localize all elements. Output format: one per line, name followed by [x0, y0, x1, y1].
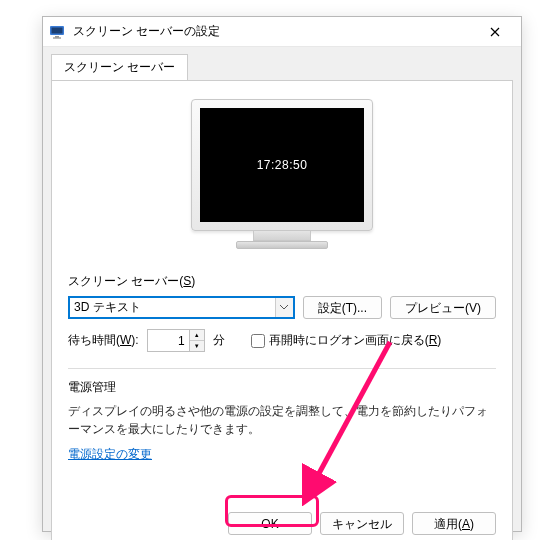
ok-button[interactable]: OK	[228, 512, 312, 535]
resume-label: 再開時にログオン画面に戻る(R)	[269, 332, 442, 349]
screensaver-dropdown-input[interactable]	[70, 298, 275, 317]
cancel-button[interactable]: キャンセル	[320, 512, 404, 535]
monitor-base	[236, 241, 328, 249]
monitor-preview: 17:28:50	[191, 99, 373, 249]
dropdown-button[interactable]	[275, 298, 293, 317]
monitor-frame: 17:28:50	[191, 99, 373, 231]
close-button[interactable]	[475, 18, 515, 46]
power-section: 電源管理 ディスプレイの明るさや他の電源の設定を調整して、電力を節約したりパフォ…	[68, 379, 496, 463]
resume-checkbox[interactable]	[251, 334, 265, 348]
wait-unit: 分	[213, 332, 225, 349]
spinner-buttons[interactable]: ▲ ▼	[189, 329, 205, 352]
resume-checkbox-row[interactable]: 再開時にログオン画面に戻る(R)	[251, 332, 442, 349]
tab-screensaver[interactable]: スクリーン セーバー	[51, 54, 188, 81]
screensaver-settings-dialog: スクリーン セーバーの設定 スクリーン セーバー 17:28:50 スクリーン …	[42, 16, 522, 532]
monitor-stand	[253, 231, 311, 241]
titlebar: スクリーン セーバーの設定	[43, 17, 521, 47]
tab-strip: スクリーン セーバー	[43, 47, 521, 80]
dialog-buttons: OK キャンセル 適用(A)	[228, 512, 496, 535]
apply-button[interactable]: 適用(A)	[412, 512, 496, 535]
power-heading: 電源管理	[68, 379, 496, 396]
screensaver-section-label: スクリーン セーバー(S)	[68, 273, 496, 290]
divider	[68, 368, 496, 369]
screensaver-icon	[49, 24, 65, 40]
wait-label: 待ち時間(W):	[68, 332, 139, 349]
wait-input[interactable]	[147, 329, 189, 352]
svg-rect-2	[55, 36, 59, 38]
preview-clock-text: 17:28:50	[257, 158, 308, 172]
power-description: ディスプレイの明るさや他の電源の設定を調整して、電力を節約したりパフォーマンスを…	[68, 402, 496, 438]
tab-panel: 17:28:50 スクリーン セーバー(S) 設定(T)... プレビュー(V)	[51, 80, 513, 540]
chevron-down-icon	[280, 305, 288, 310]
close-icon	[490, 27, 500, 37]
settings-button[interactable]: 設定(T)...	[303, 296, 382, 319]
monitor-screen: 17:28:50	[200, 108, 364, 222]
wait-spinner[interactable]: ▲ ▼	[147, 329, 205, 352]
screensaver-dropdown[interactable]	[68, 296, 295, 319]
svg-rect-3	[53, 37, 61, 38]
spinner-up[interactable]: ▲	[190, 330, 204, 341]
power-settings-link[interactable]: 電源設定の変更	[68, 447, 152, 461]
window-title: スクリーン セーバーの設定	[73, 23, 475, 40]
spinner-down[interactable]: ▼	[190, 341, 204, 351]
svg-rect-1	[52, 27, 63, 33]
preview-button[interactable]: プレビュー(V)	[390, 296, 496, 319]
